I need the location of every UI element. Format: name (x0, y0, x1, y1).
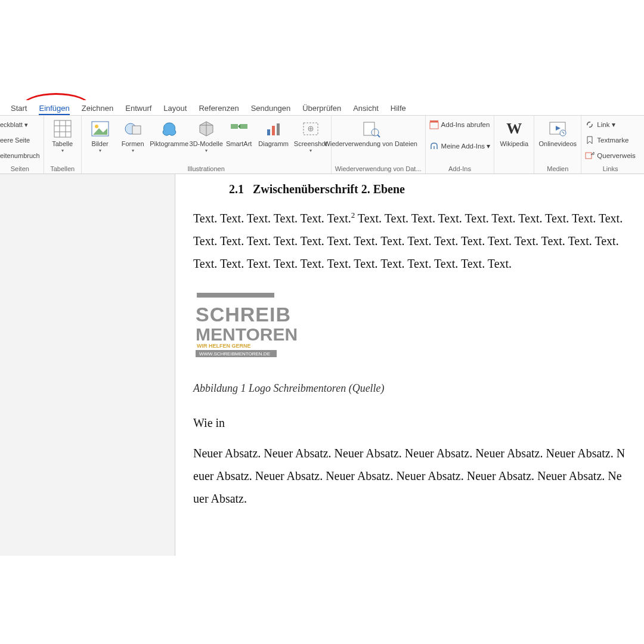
heading-2-1: 2.1 Zwischenüberschrift 2. Ebene (229, 182, 626, 196)
group-label-wiederverwendung: Wiederverwendung von Dat... (335, 164, 422, 172)
link-button[interactable]: Link ▾ (585, 118, 636, 131)
svg-rect-22 (364, 122, 374, 135)
chart-icon (264, 119, 283, 138)
addins-abrufen-button[interactable]: Add-Ins abrufen (429, 118, 491, 131)
group-wikipedia: W Wikipedia (494, 116, 534, 174)
video-icon (548, 119, 567, 138)
leere-seite-button[interactable]: eere Seite (0, 134, 40, 147)
my-addins-icon (429, 141, 439, 151)
svg-rect-31 (197, 293, 274, 298)
shapes-icon (123, 119, 143, 138)
screenshot-button[interactable]: Screenshot ▾ (294, 117, 327, 153)
wikipedia-button[interactable]: W Wikipedia (498, 117, 530, 147)
group-label-wikipedia (498, 164, 530, 172)
svg-text:WIR HELFEN GERNE: WIR HELFEN GERNE (197, 343, 251, 349)
svg-rect-8 (132, 126, 141, 134)
tab-referenzen[interactable]: Referenzen (199, 104, 239, 115)
logo-schreibmentoren: SCHREIB MENTOREN WIR HELFEN GERNE WWW.SC… (193, 293, 287, 358)
group-addins: Add-Ins abrufen Meine Add-Ins ▾ Add-Ins (426, 116, 495, 174)
cube-icon (197, 119, 216, 138)
svg-rect-26 (430, 120, 438, 122)
group-links: Link ▾ Textmarke Querverweis (581, 116, 639, 174)
tab-sendungen[interactable]: Sendungen (251, 104, 291, 115)
3d-modelle-button[interactable]: 3D-Modelle ▾ (193, 117, 220, 153)
smartart-button[interactable]: SmartArt (225, 117, 253, 147)
diagramm-button[interactable]: Diagramm (258, 117, 289, 147)
paragraph-neuer-absatz: Neuer Absatz. Neuer Absatz. Neuer Absatz… (193, 442, 626, 510)
link-icon (585, 120, 595, 129)
textmarke-button[interactable]: Textmarke (585, 134, 636, 147)
tab-ansicht[interactable]: Ansicht (353, 104, 379, 115)
svg-marker-14 (238, 124, 240, 129)
tab-einfuegen[interactable]: Einfügen (39, 104, 69, 115)
group-label-illustrationen: Illustrationen (85, 164, 327, 172)
ribbon: eckblatt ▾ eere Seite eitenumbruch Seite… (0, 116, 644, 174)
group-label-links: Links (585, 164, 636, 172)
meine-addins-button[interactable]: Meine Add-Ins ▾ (429, 140, 491, 153)
bilder-button[interactable]: Bilder ▾ (85, 117, 115, 153)
svg-rect-0 (54, 120, 71, 137)
piktogramme-button[interactable]: Piktogramme (151, 117, 188, 147)
navigation-pane (0, 174, 175, 556)
tab-layout[interactable]: Layout (163, 104, 187, 115)
tab-ueberpruefen[interactable]: Überprüfen (302, 104, 341, 115)
group-medien: Onlinevideos Medien (534, 116, 581, 174)
wiederverwendung-button[interactable]: Wiederverwendung von Dateien (335, 117, 407, 147)
table-icon (53, 119, 72, 138)
svg-text:WWW.SCHREIBMENTOREN.DE: WWW.SCHREIBMENTOREN.DE (199, 351, 270, 357)
svg-rect-30 (586, 153, 592, 159)
bookmark-icon (585, 135, 595, 145)
figure-caption: Abbildung 1 Logo Schreibmentoren (Quelle… (193, 382, 626, 395)
group-label-tabellen: Tabellen (48, 164, 78, 172)
crossref-icon (585, 151, 595, 160)
group-illustrationen: Bilder ▾ Formen ▾ Piktogramme (82, 116, 332, 174)
svg-rect-17 (277, 123, 280, 135)
group-tabellen: Tabelle ▾ Tabellen (44, 116, 82, 174)
store-icon (429, 120, 439, 129)
seitenumbruch-button[interactable]: eitenumbruch (0, 149, 40, 162)
group-seiten: eckblatt ▾ eere Seite eitenumbruch Seite… (0, 116, 44, 174)
tab-hilfe[interactable]: Hilfe (391, 104, 406, 115)
tab-entwurf[interactable]: Entwurf (125, 104, 151, 115)
formen-button[interactable]: Formen ▾ (120, 117, 146, 153)
group-wiederverwendung: Wiederverwendung von Dateien Wiederverwe… (332, 116, 426, 174)
wikipedia-icon: W (504, 119, 524, 138)
reuse-files-icon (361, 119, 380, 138)
svg-point-6 (95, 125, 98, 128)
ribbon-tabstrip: Start Einfügen Zeichnen Entwurf Layout R… (0, 100, 644, 116)
group-label-seiten: Seiten (0, 164, 40, 172)
word-window: Start Einfügen Zeichnen Entwurf Layout R… (0, 100, 644, 556)
svg-rect-16 (272, 126, 275, 135)
tabelle-button[interactable]: Tabelle ▾ (48, 117, 78, 153)
svg-line-24 (377, 135, 380, 137)
document-area: 2.1 Zwischenüberschrift 2. Ebene Text. T… (0, 174, 644, 556)
screenshot-icon (301, 119, 320, 138)
document-page[interactable]: 2.1 Zwischenüberschrift 2. Ebene Text. T… (175, 174, 644, 556)
pictures-icon (91, 119, 110, 138)
group-label-medien: Medien (538, 164, 577, 172)
svg-rect-15 (267, 129, 270, 135)
svg-rect-25 (430, 122, 438, 129)
icons-icon (160, 119, 179, 138)
tab-start[interactable]: Start (11, 104, 27, 115)
svg-rect-12 (231, 124, 238, 129)
tab-zeichnen[interactable]: Zeichnen (82, 104, 113, 115)
smartart-icon (230, 119, 249, 138)
svg-rect-13 (240, 124, 247, 129)
deckblatt-button[interactable]: eckblatt ▾ (0, 118, 40, 131)
svg-point-29 (560, 130, 566, 136)
paragraph-1: Text. Text. Text. Text. Text. Text.2 Tex… (193, 207, 626, 275)
wiein-text: Wie in (193, 416, 626, 430)
onlinevideos-button[interactable]: Onlinevideos (538, 117, 577, 147)
group-label-addins: Add-Ins (429, 164, 491, 172)
svg-text:MENTOREN: MENTOREN (196, 324, 298, 344)
querverweis-button[interactable]: Querverweis (585, 149, 636, 162)
svg-text:SCHREIB: SCHREIB (196, 303, 291, 326)
